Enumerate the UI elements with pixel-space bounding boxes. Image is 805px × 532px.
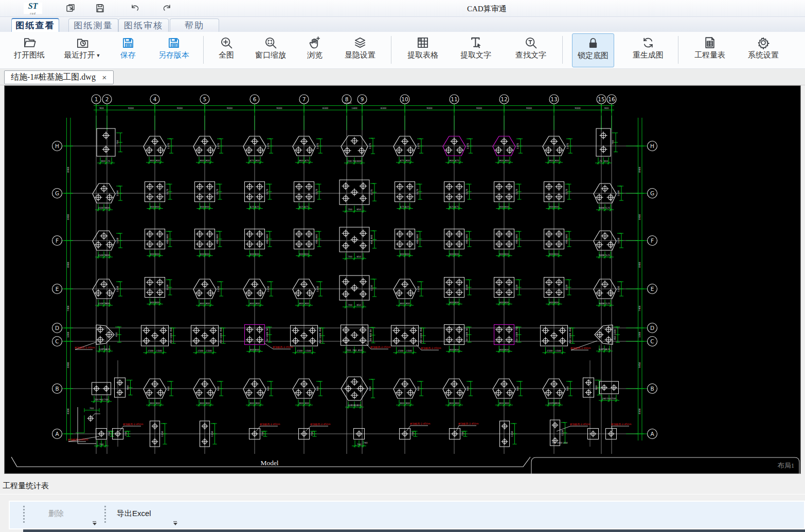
- svg-text:9000: 9000: [426, 107, 433, 109]
- save-blue-icon: [121, 36, 135, 49]
- svg-text:9000: 9000: [227, 107, 233, 109]
- svg-text:E: E: [56, 286, 59, 292]
- svg-text:700: 700: [612, 397, 616, 400]
- ribbon-tab-1[interactable]: 图纸查看: [11, 18, 59, 32]
- svg-text:900: 900: [305, 253, 309, 255]
- svg-text:1150: 1150: [565, 284, 568, 290]
- svg-text:700: 700: [348, 304, 352, 306]
- svg-text:16: 16: [608, 96, 615, 102]
- grid-columns: 12456789101112131516: [92, 95, 616, 454]
- svg-text:1175: 1175: [266, 189, 269, 195]
- toolbar-layers-button[interactable]: 显隐设置: [339, 33, 381, 67]
- toolbar-zoom-window-button[interactable]: 窗口缩放: [249, 33, 292, 67]
- toolbar-extract-table-button[interactable]: 提取表格: [402, 33, 444, 67]
- svg-text:900: 900: [455, 402, 459, 405]
- svg-text:900: 900: [99, 107, 104, 109]
- open-window-icon: [65, 3, 76, 13]
- svg-text:950: 950: [267, 387, 270, 391]
- toolbar-extract-text-button[interactable]: 提取文字: [455, 33, 497, 67]
- toolbar-regen-button[interactable]: 重生成图: [627, 33, 669, 67]
- svg-text:780: 780: [352, 349, 357, 352]
- undo-icon[interactable]: [130, 3, 140, 13]
- svg-text:900: 900: [499, 253, 504, 255]
- toolbar-separator: [203, 36, 204, 64]
- svg-text:950: 950: [516, 387, 519, 391]
- svg-text:1500: 1500: [148, 350, 154, 352]
- svg-text:900: 900: [449, 402, 454, 405]
- svg-text:750: 750: [461, 432, 464, 436]
- svg-text:1500: 1500: [198, 350, 204, 352]
- toolbar-zoom-fit-button[interactable]: 全图: [213, 33, 240, 67]
- svg-text:900: 900: [450, 301, 454, 304]
- svg-text:900: 900: [405, 253, 410, 255]
- drag-handle[interactable]: [23, 506, 25, 524]
- svg-text:B: B: [650, 386, 654, 392]
- svg-text:750: 750: [261, 432, 264, 436]
- toolbar-find-text-button[interactable]: 查找文字: [510, 33, 552, 67]
- cad-canvas[interactable]: 1245678910111213151690090009000900090008…: [4, 85, 801, 474]
- svg-text:1150: 1150: [161, 431, 164, 437]
- svg-text:450 900: 450 900: [166, 234, 169, 244]
- bottom-panel: 工程量统计表 删除导出Excel: [0, 474, 805, 532]
- svg-text:8400: 8400: [67, 362, 69, 368]
- toolbar-folder-open-button[interactable]: 打开图纸: [8, 33, 50, 67]
- svg-text:900: 900: [150, 402, 154, 405]
- delete-button[interactable]: 删除: [48, 509, 64, 519]
- svg-text:75: 75: [108, 160, 111, 162]
- cad-drawing: 1245678910111213151690090009000900090008…: [4, 85, 802, 475]
- toolbar-pan-hand-button[interactable]: 浏览: [301, 33, 328, 67]
- toolbar-label: 锁定底图: [578, 51, 609, 60]
- ribbon-toolbar: 打开图纸最近打开▼保存另存版本全图窗口缩放浏览显隐设置提取表格提取文字查找文字锁…: [0, 32, 805, 69]
- ribbon-tab-2[interactable]: 图纸测量: [68, 19, 118, 32]
- svg-text:900: 900: [127, 386, 129, 390]
- chevron-down-icon[interactable]: [173, 521, 178, 526]
- svg-text:900: 900: [205, 159, 210, 162]
- svg-text:9000: 9000: [575, 107, 581, 109]
- svg-text:900: 900: [505, 206, 509, 208]
- chevron-down-icon[interactable]: [92, 521, 97, 526]
- svg-text:1175: 1175: [369, 143, 371, 149]
- svg-text:700: 700: [347, 349, 351, 352]
- svg-text:900: 900: [205, 206, 210, 208]
- svg-text:825: 825: [299, 206, 304, 208]
- save-icon[interactable]: [95, 3, 105, 13]
- svg-text:1400: 1400: [351, 107, 357, 109]
- svg-text:900: 900: [205, 302, 210, 305]
- svg-text:9: 9: [361, 96, 364, 102]
- svg-text:1150: 1150: [217, 286, 220, 292]
- svg-text:825: 825: [255, 206, 260, 208]
- toolbar-boq-table-button[interactable]: 工程量表: [689, 33, 731, 67]
- svg-text:1500: 1500: [406, 350, 413, 352]
- open-window-icon[interactable]: [65, 3, 76, 13]
- ribbon-tab-3[interactable]: 图纸审核: [118, 19, 169, 32]
- toolbar-lock-button[interactable]: 锁定底图: [572, 33, 614, 67]
- toolbar-gear-button[interactable]: 系统设置: [742, 33, 784, 67]
- svg-text:G: G: [55, 190, 59, 196]
- svg-text:900: 900: [155, 206, 160, 208]
- svg-text:900: 900: [450, 348, 454, 351]
- svg-text:700: 700: [347, 160, 352, 162]
- svg-text:900: 900: [150, 301, 155, 304]
- export-excel-button[interactable]: 导出Excel: [117, 509, 151, 519]
- redo-icon[interactable]: [162, 3, 172, 13]
- drag-handle[interactable]: [104, 506, 106, 524]
- svg-text:1194: 1194: [617, 190, 620, 196]
- ribbon-tab-4[interactable]: 帮助: [170, 19, 219, 32]
- toolbar-folder-recent-button[interactable]: 最近打开▼: [61, 33, 103, 67]
- svg-text:50 1000 50: 50 1000 50: [266, 328, 269, 341]
- svg-text:450 1000: 450 1000: [614, 329, 616, 340]
- svg-text:75: 75: [599, 160, 602, 162]
- svg-text:900: 900: [455, 253, 459, 255]
- svg-text:825: 825: [603, 302, 607, 305]
- svg-text:8300: 8300: [381, 107, 387, 109]
- svg-text:950: 950: [566, 387, 569, 391]
- toolbar-save-as-blue-button[interactable]: 另存版本: [153, 33, 195, 67]
- close-icon[interactable]: ×: [101, 73, 108, 82]
- svg-text:F: F: [651, 237, 654, 244]
- svg-text:G: G: [650, 190, 654, 196]
- document-tab[interactable]: 结施-1#桩基施工图.dwg×: [4, 70, 114, 84]
- svg-text:900: 900: [554, 253, 559, 255]
- app-logo: STcad: [24, 3, 42, 14]
- toolbar-save-blue-button[interactable]: 保存: [115, 33, 141, 67]
- svg-text:450 900: 450 900: [416, 234, 419, 244]
